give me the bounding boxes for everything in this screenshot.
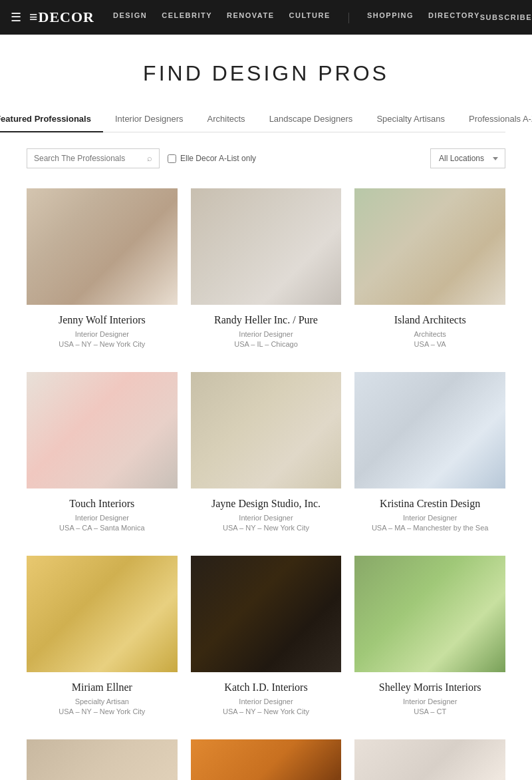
site-logo[interactable]: ≡DECOR — [29, 9, 94, 26]
pro-name: Jenny Wolf Interiors — [32, 314, 172, 326]
nav-links: DESIGN CELEBRITY RENOVATE CULTURE | SHOP… — [113, 11, 480, 23]
alist-filter[interactable]: Elle Decor A-List only — [168, 154, 256, 163]
nav-renovate[interactable]: RENOVATE — [227, 11, 275, 23]
pro-name: Katch I.D. Interiors — [196, 682, 336, 693]
pro-name: Touch Interiors — [32, 498, 172, 510]
hamburger-menu[interactable]: ☰ — [11, 10, 21, 25]
pro-location: USA – CA – Santa Monica — [32, 524, 172, 532]
nav-directory[interactable]: DIRECTORY — [428, 11, 480, 23]
pro-card-info: Miriam Ellner Specialty Artisan USA – NY… — [27, 672, 178, 719]
nav-culture[interactable]: CULTURE — [289, 11, 331, 23]
tab-architects[interactable]: Architects — [196, 106, 257, 132]
pro-type: Interior Designer — [196, 330, 336, 338]
pro-type: Specialty Artisan — [32, 697, 172, 705]
navigation: ☰ ≡DECOR DESIGN CELEBRITY RENOVATE CULTU… — [0, 0, 532, 35]
pro-card-image — [27, 739, 178, 780]
pro-name: Randy Heller Inc. / Pure — [196, 314, 336, 326]
pro-name: Miriam Ellner — [32, 682, 172, 693]
pro-location: USA – IL – Chicago — [196, 340, 336, 348]
search-icon: ⌕ — [147, 153, 152, 164]
pro-card-info: Randy Heller Inc. / Pure Interior Design… — [191, 305, 342, 352]
pro-type: Interior Designer — [360, 514, 500, 522]
pro-card[interactable]: Tim Clarke Interior Design Interior Desi… — [191, 739, 342, 780]
pro-name: Kristina Crestin Design — [360, 498, 500, 510]
pro-card-info: Kristina Crestin Design Interior Designe… — [354, 488, 505, 536]
nav-subscribe[interactable]: SUBSCRIBE — [480, 13, 532, 21]
pro-card[interactable]: Thomas Callaway Associates Inc. Interior… — [27, 739, 178, 780]
pro-card[interactable]: Katch I.D. Interiors Interior Designer U… — [191, 556, 342, 719]
pro-type: Interior Designer — [196, 697, 336, 705]
pro-card-info: Touch Interiors Interior Designer USA – … — [27, 488, 178, 536]
pro-card-info: Shelley Morris Interiors Interior Design… — [354, 672, 505, 719]
pro-card[interactable]: Island Architects Architects USA – VA — [354, 188, 505, 352]
nav-celebrity[interactable]: CELEBRITY — [162, 11, 212, 23]
pro-card-image — [354, 188, 505, 305]
main-content: FIND DESIGN PROS Featured Professionals … — [0, 35, 532, 780]
tab-specialty[interactable]: Specialty Artisans — [364, 106, 457, 132]
filter-bar: ⌕ Elle Decor A-List only All Locations — [27, 148, 505, 168]
nav-separator: | — [348, 11, 350, 23]
pro-name: Jayne Design Studio, Inc. — [196, 498, 336, 510]
pro-card-info: Island Architects Architects USA – VA — [354, 305, 505, 352]
search-container: ⌕ — [27, 148, 160, 168]
pro-card[interactable]: Neal Beckstedt Studio Interior Designer,… — [354, 739, 505, 780]
pro-location: USA – MA – Manchester by the Sea — [360, 524, 500, 532]
pro-card-image — [27, 372, 178, 488]
pro-card-image — [191, 188, 342, 305]
pro-card-image — [191, 372, 342, 488]
nav-right: SUBSCRIBE FOLLOW 🔍 — [480, 12, 532, 23]
location-filter[interactable]: All Locations — [430, 148, 505, 168]
pro-card[interactable]: Randy Heller Inc. / Pure Interior Design… — [191, 188, 342, 352]
pro-card[interactable]: Touch Interiors Interior Designer USA – … — [27, 372, 178, 536]
nav-shopping[interactable]: SHOPPING — [367, 11, 414, 23]
pro-card-image — [27, 188, 178, 305]
tab-professionals-az[interactable]: Professionals A-Z — [457, 106, 532, 132]
pro-type: Interior Designer — [32, 514, 172, 522]
search-input[interactable] — [34, 154, 147, 163]
tab-interior[interactable]: Interior Designers — [103, 106, 196, 132]
pro-card-info: Jayne Design Studio, Inc. Interior Desig… — [191, 488, 342, 536]
alist-checkbox[interactable] — [168, 154, 176, 163]
pro-card[interactable]: Kristina Crestin Design Interior Designe… — [354, 372, 505, 536]
alist-label: Elle Decor A-List only — [180, 154, 256, 163]
pro-card-image — [354, 556, 505, 672]
pro-card[interactable]: Jenny Wolf Interiors Interior Designer U… — [27, 188, 178, 352]
pro-type: Interior Designer — [196, 514, 336, 522]
pro-location: USA – NY – New York City — [32, 707, 172, 715]
nav-design[interactable]: DESIGN — [113, 11, 147, 23]
pro-location: USA – NY – New York City — [196, 524, 336, 532]
pro-location: USA – NY – New York City — [32, 340, 172, 348]
pro-type: Interior Designer — [32, 330, 172, 338]
pro-card[interactable]: Miriam Ellner Specialty Artisan USA – NY… — [27, 556, 178, 719]
professionals-grid: Jenny Wolf Interiors Interior Designer U… — [27, 188, 505, 780]
pro-card[interactable]: Jayne Design Studio, Inc. Interior Desig… — [191, 372, 342, 536]
pro-card-image — [191, 556, 342, 672]
pro-card-info: Jenny Wolf Interiors Interior Designer U… — [27, 305, 178, 352]
pro-location: USA – VA — [360, 340, 500, 348]
tab-landscape[interactable]: Landscape Designers — [257, 106, 365, 132]
tabs-bar: Featured Professionals Interior Designer… — [27, 106, 505, 132]
pro-type: Architects — [360, 330, 500, 338]
pro-name: Shelley Morris Interiors — [360, 682, 500, 693]
pro-location: USA – NY – New York City — [196, 707, 336, 715]
tab-featured[interactable]: Featured Professionals — [0, 106, 103, 132]
pro-card-info: Katch I.D. Interiors Interior Designer U… — [191, 672, 342, 719]
pro-card-image — [27, 556, 178, 672]
page-title-section: FIND DESIGN PROS — [27, 35, 505, 106]
page-title: FIND DESIGN PROS — [27, 61, 505, 86]
pro-card[interactable]: Shelley Morris Interiors Interior Design… — [354, 556, 505, 719]
pro-card-image — [354, 739, 505, 780]
pro-name: Island Architects — [360, 314, 500, 326]
pro-type: Interior Designer — [360, 697, 500, 705]
pro-card-image — [191, 739, 342, 780]
pro-card-image — [354, 372, 505, 488]
pro-location: USA – CT — [360, 707, 500, 715]
